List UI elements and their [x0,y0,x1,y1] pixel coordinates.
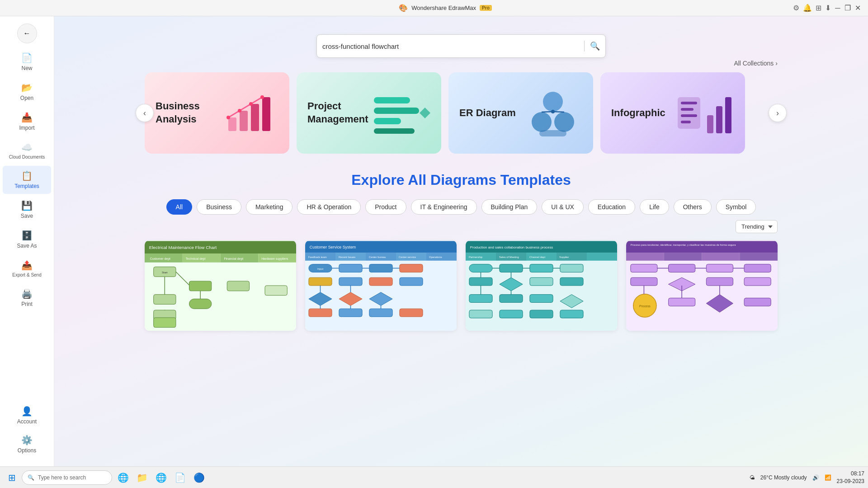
taskbar-app-browser[interactable]: 🌐 [114,469,132,487]
svg-text:Input: Input [317,267,323,270]
sidebar-item-print[interactable]: Print [3,284,51,312]
sidebar-label-import: Import [19,125,34,131]
card-label-business-analysis: Business Analysis [156,100,223,126]
open-icon [21,82,33,93]
template-card-3[interactable]: Production and sales collaboration busin… [466,240,617,331]
taskbar-app-chrome[interactable]: 🌐 [152,469,170,487]
template-card-4[interactable]: Proceso para recolectar, identificar, tr… [626,240,778,331]
svg-point-5 [238,109,241,113]
window-controls: ⚙ 🔔 ⊞ ⬇ ─ ❐ ✕ [793,4,861,12]
restore-button[interactable]: ❐ [844,5,851,11]
filter-building-plan[interactable]: Building Plan [481,199,538,215]
filter-life[interactable]: Life [640,199,669,215]
close-button[interactable]: ✕ [854,5,861,11]
svg-rect-42 [189,299,212,309]
all-collections-link[interactable]: All Collections › [734,60,778,67]
carousel-card-er-diagram[interactable]: ER Diagram [448,72,593,154]
card-label-infographic: Infographic [611,107,665,120]
filter-business[interactable]: Business [197,199,241,215]
svg-rect-101 [560,264,583,272]
start-button[interactable]: ⊞ [4,469,20,486]
svg-rect-3 [262,97,270,131]
svg-marker-77 [369,292,392,306]
carousel-section: All Collections › ‹ Business Analysis [145,72,778,154]
filter-it-engineering[interactable]: IT & Engineering [411,199,477,215]
taskbar-search[interactable]: 🔍 Type here to search [22,470,112,485]
svg-text:Financial dept: Financial dept [224,257,243,261]
sidebar-item-account[interactable]: Account [3,401,51,429]
clock-date: 23-09-2023 [837,478,864,485]
svg-marker-114 [560,295,583,308]
grid-icon[interactable]: ⊞ [816,4,821,12]
sidebar-item-open[interactable]: Open [3,78,51,106]
sidebar-label-templates: Templates [14,183,39,189]
sort-select[interactable]: Trending Newest Popular [736,220,778,233]
svg-text:Supplier: Supplier [559,256,569,258]
sidebar-label-saveas: Save As [17,243,37,249]
search-button[interactable]: 🔍 [590,41,600,51]
sidebar-item-export[interactable]: Export & Send [3,255,51,282]
svg-rect-40 [189,281,212,291]
sidebar-bottom: Account Options [0,400,54,466]
taskbar-app-explorer[interactable]: 📁 [133,469,151,487]
search-bar[interactable]: 🔍 [316,34,606,58]
svg-rect-21 [681,102,697,104]
svg-rect-128 [669,264,695,272]
minimize-button[interactable]: ─ [835,5,841,11]
sidebar-item-options[interactable]: Options [3,430,51,458]
filter-symbol[interactable]: Symbol [716,199,756,215]
taskbar-app-word[interactable]: 📄 [171,469,189,487]
carousel-prev-button[interactable]: ‹ [136,104,154,122]
sidebar-label-print: Print [21,301,33,307]
filter-all[interactable]: All [166,199,193,215]
svg-rect-111 [469,295,492,303]
filter-others[interactable]: Others [674,199,712,215]
svg-rect-82 [369,309,392,317]
sidebar-item-saveas[interactable]: Save As [3,225,51,253]
svg-rect-131 [631,277,657,286]
svg-rect-120 [560,310,583,318]
sidebar-item-new[interactable]: New [3,48,51,76]
filter-education[interactable]: Education [588,199,635,215]
svg-text:Proceso para recolectar, ident: Proceso para recolectar, identificar, tr… [631,244,736,246]
svg-rect-107 [530,277,553,286]
taskbar-app-edraw[interactable]: 🔵 [190,469,208,487]
back-button[interactable]: ← [17,23,37,43]
filter-ui-ux[interactable]: UI & UX [542,199,584,215]
svg-rect-134 [744,277,771,286]
carousel-card-infographic[interactable]: Infographic [600,72,745,154]
taskbar-search-placeholder: Type here to search [38,474,86,481]
template-img-1: Electrical Maintenance Flow Chart Custom… [145,240,296,331]
template-card-1[interactable]: Electrical Maintenance Flow Chart Custom… [145,240,296,331]
sidebar-item-cloud[interactable]: Cloud Documents [3,137,51,164]
filter-hr-operation[interactable]: HR & Operation [297,199,361,215]
search-input[interactable] [322,42,579,50]
svg-text:Hardware suppliers: Hardware suppliers [261,257,288,261]
carousel-card-project-management[interactable]: Project Management [297,72,441,154]
svg-text:Partnership: Partnership [469,256,483,258]
svg-rect-121 [626,241,778,253]
carousel-card-business-analysis[interactable]: Business Analysis [145,72,289,154]
sort-row: Trending Newest Popular [145,220,778,233]
sidebar-item-import[interactable]: Import [3,108,51,136]
sidebar-label-options: Options [18,447,36,454]
bell-icon[interactable]: 🔔 [803,4,812,12]
sidebar-item-templates[interactable]: Templates [3,166,51,194]
svg-rect-98 [469,264,492,272]
template-card-2[interactable]: Customer Service System Feedback team Re… [305,240,457,331]
sidebar-item-save[interactable]: Save [3,196,51,224]
svg-rect-19 [539,130,566,136]
svg-rect-138 [669,298,695,306]
carousel-next-button[interactable]: › [769,104,787,122]
template-img-3: Production and sales collaboration busin… [466,240,617,331]
download-icon[interactable]: ⬇ [825,4,831,12]
card-label-er-diagram: ER Diagram [459,107,516,120]
explore-title: Explore All Diagrams Templates [145,172,778,188]
filter-product[interactable]: Product [365,199,406,215]
svg-marker-106 [500,277,523,291]
print-icon [21,288,33,299]
filter-marketing[interactable]: Marketing [246,199,292,215]
svg-rect-124 [664,253,702,261]
settings-icon[interactable]: ⚙ [793,4,799,12]
speaker-icon: 🔊 [812,474,819,481]
